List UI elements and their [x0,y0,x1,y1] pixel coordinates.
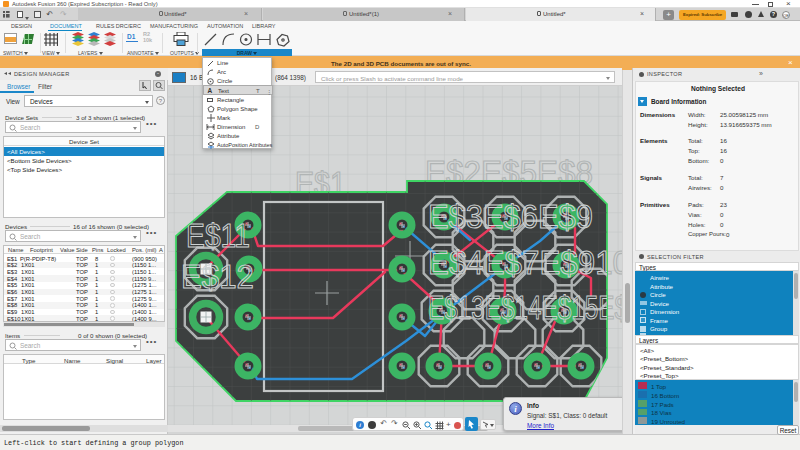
svg-text:E$11: E$11 [186,216,250,254]
svg-text:E$13E$14E$15E$16: E$13E$14E$15E$16 [428,288,622,326]
svg-text:E$12: E$12 [181,257,254,295]
svg-text:E$4E$7E$910: E$4E$7E$910 [428,243,622,281]
svg-text:E$3E$6E$9: E$3E$6E$9 [428,197,593,235]
